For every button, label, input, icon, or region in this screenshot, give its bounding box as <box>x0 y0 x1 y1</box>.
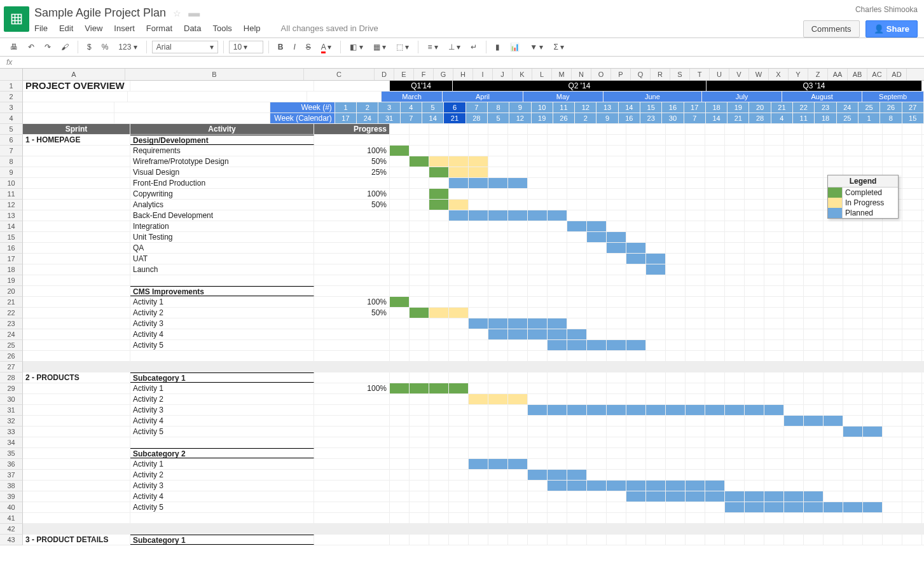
gantt-cell[interactable] <box>705 146 725 156</box>
gantt-cell[interactable] <box>666 448 686 458</box>
gantt-cell[interactable] <box>508 459 528 469</box>
gantt-cell[interactable] <box>745 264 764 275</box>
gantt-cell[interactable] <box>528 362 548 372</box>
gantt-cell[interactable] <box>843 340 863 350</box>
gantt-cell[interactable] <box>508 297 528 307</box>
gantt-cell[interactable] <box>469 318 488 329</box>
gantt-cell[interactable] <box>587 232 607 242</box>
activity-cell[interactable]: Copywriting <box>130 189 314 199</box>
gantt-cell[interactable] <box>488 524 508 534</box>
gantt-cell[interactable] <box>764 437 784 447</box>
activity-cell[interactable]: Subcategory 2 <box>130 448 314 458</box>
gantt-cell[interactable] <box>626 318 646 329</box>
gantt-cell[interactable] <box>528 524 548 534</box>
gantt-cell[interactable] <box>764 394 784 404</box>
gantt-cell[interactable] <box>764 146 784 156</box>
sprint-cell[interactable] <box>23 329 130 339</box>
activity-cell[interactable]: Activity 2 <box>130 394 314 404</box>
gantt-cell[interactable] <box>410 264 429 275</box>
week-cal[interactable]: 7 <box>401 113 422 123</box>
week-num[interactable]: 5 <box>422 102 444 113</box>
gantt-cell[interactable] <box>705 308 725 318</box>
gantt-cell[interactable] <box>666 318 686 329</box>
gantt-cell[interactable] <box>745 221 764 231</box>
gantt-cell[interactable] <box>843 448 863 458</box>
gantt-cell[interactable] <box>469 297 488 307</box>
gantt-cell[interactable] <box>390 416 410 426</box>
gantt-cell[interactable] <box>784 189 804 199</box>
progress-cell[interactable]: 25% <box>314 167 390 177</box>
gantt-cell[interactable] <box>626 156 646 167</box>
gantt-cell[interactable] <box>626 189 646 199</box>
gantt-cell[interactable] <box>804 502 824 512</box>
col-head-G[interactable]: G <box>434 69 453 80</box>
row-head[interactable]: 20 <box>0 286 23 297</box>
gantt-cell[interactable] <box>469 210 488 221</box>
gantt-cell[interactable] <box>390 524 410 534</box>
gantt-cell[interactable] <box>666 254 686 264</box>
gantt-cell[interactable] <box>764 124 784 134</box>
activity-cell[interactable]: Activity 3 <box>130 481 314 491</box>
gantt-cell[interactable] <box>686 318 705 329</box>
gantt-cell[interactable] <box>764 448 784 458</box>
gantt-cell[interactable] <box>548 448 567 458</box>
activity-cell[interactable]: Unit Testing <box>130 232 314 242</box>
gantt-cell[interactable] <box>449 427 469 437</box>
gantt-cell[interactable] <box>488 221 508 231</box>
gantt-cell[interactable] <box>686 329 705 339</box>
activity-cell[interactable]: Activity 2 <box>130 308 314 318</box>
gantt-cell[interactable] <box>469 156 488 167</box>
gantt-cell[interactable] <box>883 524 902 534</box>
progress-cell[interactable] <box>314 394 390 404</box>
gantt-cell[interactable] <box>567 318 587 329</box>
gantt-cell[interactable] <box>804 308 824 318</box>
gantt-cell[interactable] <box>410 221 429 231</box>
gantt-cell[interactable] <box>410 308 429 318</box>
gantt-cell[interactable] <box>410 167 429 177</box>
gantt-cell[interactable] <box>902 513 922 523</box>
gantt-cell[interactable] <box>784 470 804 480</box>
gantt-cell[interactable] <box>567 394 587 404</box>
activity-cell[interactable]: Front-End Production <box>130 178 314 188</box>
gantt-cell[interactable] <box>745 362 764 372</box>
week-num[interactable]: 15 <box>640 102 662 113</box>
activity-cell[interactable]: Subcategory 1 <box>130 372 314 383</box>
gantt-cell[interactable] <box>488 318 508 329</box>
gantt-cell[interactable] <box>784 264 804 275</box>
gantt-cell[interactable] <box>705 318 725 329</box>
gantt-cell[interactable] <box>469 372 488 383</box>
gantt-cell[interactable] <box>449 254 469 264</box>
gantt-cell[interactable] <box>804 491 824 502</box>
gantt-cell[interactable] <box>528 329 548 339</box>
gantt-cell[interactable] <box>488 275 508 285</box>
gantt-cell[interactable] <box>429 372 449 383</box>
gantt-cell[interactable] <box>646 394 666 404</box>
gantt-cell[interactable] <box>390 340 410 350</box>
gantt-cell[interactable] <box>666 178 686 188</box>
gantt-cell[interactable] <box>587 286 607 296</box>
gantt-cell[interactable] <box>469 459 488 469</box>
gantt-cell[interactable] <box>449 351 469 361</box>
gantt-cell[interactable] <box>784 394 804 404</box>
activity-cell[interactable]: Activity 2 <box>130 470 314 480</box>
row-head[interactable]: 30 <box>0 394 23 405</box>
gantt-cell[interactable] <box>725 351 745 361</box>
gantt-cell[interactable] <box>646 481 666 491</box>
gantt-cell[interactable] <box>902 459 922 469</box>
progress-cell[interactable] <box>314 470 390 480</box>
gantt-cell[interactable] <box>508 178 528 188</box>
gantt-cell[interactable] <box>390 254 410 264</box>
gantt-cell[interactable] <box>587 416 607 426</box>
week-num[interactable]: 17 <box>684 102 706 113</box>
col-head-N[interactable]: N <box>572 69 591 80</box>
gantt-cell[interactable] <box>784 481 804 491</box>
gantt-cell[interactable] <box>646 156 666 167</box>
gantt-cell[interactable] <box>429 146 449 156</box>
gantt-cell[interactable] <box>626 243 646 253</box>
gantt-cell[interactable] <box>725 372 745 383</box>
gantt-cell[interactable] <box>883 275 902 285</box>
gantt-cell[interactable] <box>488 448 508 458</box>
gantt-cell[interactable] <box>508 135 528 145</box>
gantt-cell[interactable] <box>390 491 410 502</box>
gantt-cell[interactable] <box>508 372 528 383</box>
